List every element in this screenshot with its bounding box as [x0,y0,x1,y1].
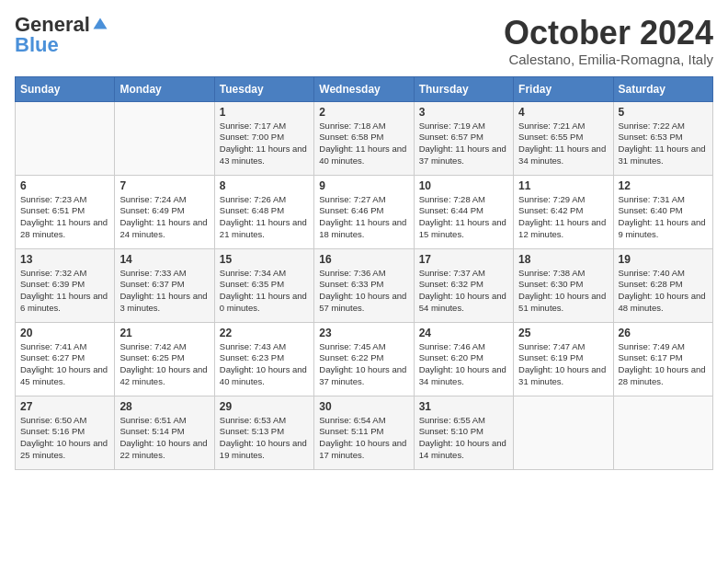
calendar-cell: 8Sunrise: 7:26 AM Sunset: 6:48 PM Daylig… [214,175,313,248]
day-number: 14 [119,253,209,266]
calendar-cell: 15Sunrise: 7:34 AM Sunset: 6:35 PM Dayli… [214,248,313,322]
calendar-cell: 20Sunrise: 7:41 AM Sunset: 6:27 PM Dayli… [16,322,115,396]
calendar-cell [115,101,214,175]
calendar-table: SundayMondayTuesdayWednesdayThursdayFrid… [15,76,713,470]
cell-info: Sunrise: 7:43 AM Sunset: 6:23 PM Dayligh… [220,341,309,388]
calendar-cell [16,101,115,175]
day-number: 29 [220,400,309,413]
day-number: 10 [419,179,508,192]
day-number: 6 [20,179,109,192]
cell-info: Sunrise: 7:45 AM Sunset: 6:22 PM Dayligh… [319,341,408,388]
day-number: 3 [419,106,508,119]
day-number: 21 [119,327,209,339]
cell-info: Sunrise: 7:27 AM Sunset: 6:46 PM Dayligh… [319,194,408,241]
day-number: 30 [319,400,408,413]
calendar-cell: 23Sunrise: 7:45 AM Sunset: 6:22 PM Dayli… [314,322,414,396]
day-number: 28 [119,400,209,413]
calendar-cell: 11Sunrise: 7:29 AM Sunset: 6:42 PM Dayli… [514,175,613,248]
day-header-wednesday: Wednesday [314,76,414,101]
day-number: 17 [419,253,508,266]
title-area: October 2024 Calestano, Emilia-Romagna, … [504,15,713,67]
day-number: 23 [319,327,408,339]
calendar-cell: 9Sunrise: 7:27 AM Sunset: 6:46 PM Daylig… [314,175,414,248]
calendar-cell: 22Sunrise: 7:43 AM Sunset: 6:23 PM Dayli… [214,322,313,396]
day-header-sunday: Sunday [16,76,115,101]
day-header-tuesday: Tuesday [214,76,313,101]
cell-info: Sunrise: 7:26 AM Sunset: 6:48 PM Dayligh… [220,194,309,241]
calendar-cell: 2Sunrise: 7:18 AM Sunset: 6:58 PM Daylig… [314,101,414,175]
calendar-cell: 13Sunrise: 7:32 AM Sunset: 6:39 PM Dayli… [16,248,115,322]
calendar-cell: 3Sunrise: 7:19 AM Sunset: 6:57 PM Daylig… [414,101,513,175]
calendar-cell: 31Sunrise: 6:55 AM Sunset: 5:10 PM Dayli… [414,396,513,469]
calendar-cell: 21Sunrise: 7:42 AM Sunset: 6:25 PM Dayli… [115,322,214,396]
calendar-cell: 17Sunrise: 7:37 AM Sunset: 6:32 PM Dayli… [414,248,513,322]
logo-blue-text: Blue [15,35,59,55]
cell-info: Sunrise: 7:31 AM Sunset: 6:40 PM Dayligh… [619,194,708,241]
cell-info: Sunrise: 7:34 AM Sunset: 6:35 PM Dayligh… [220,268,309,315]
day-number: 8 [220,179,309,192]
day-number: 12 [619,179,708,192]
cell-info: Sunrise: 7:29 AM Sunset: 6:42 PM Dayligh… [518,194,608,241]
calendar-cell: 27Sunrise: 6:50 AM Sunset: 5:16 PM Dayli… [16,396,115,469]
cell-info: Sunrise: 6:55 AM Sunset: 5:10 PM Dayligh… [419,415,508,462]
cell-info: Sunrise: 7:37 AM Sunset: 6:32 PM Dayligh… [419,268,508,315]
calendar-cell: 28Sunrise: 6:51 AM Sunset: 5:14 PM Dayli… [115,396,214,469]
calendar-cell [514,396,613,469]
cell-info: Sunrise: 6:54 AM Sunset: 5:11 PM Dayligh… [319,415,408,462]
cell-info: Sunrise: 7:28 AM Sunset: 6:44 PM Dayligh… [419,194,508,241]
cell-info: Sunrise: 7:24 AM Sunset: 6:49 PM Dayligh… [119,194,209,241]
calendar-cell: 4Sunrise: 7:21 AM Sunset: 6:55 PM Daylig… [514,101,613,175]
calendar-cell: 14Sunrise: 7:33 AM Sunset: 6:37 PM Dayli… [115,248,214,322]
location-title: Calestano, Emilia-Romagna, Italy [504,52,713,67]
cell-info: Sunrise: 7:38 AM Sunset: 6:30 PM Dayligh… [518,268,608,315]
calendar-cell: 24Sunrise: 7:46 AM Sunset: 6:20 PM Dayli… [414,322,513,396]
day-number: 11 [518,179,608,192]
day-number: 18 [518,253,608,266]
day-number: 24 [419,327,508,339]
cell-info: Sunrise: 7:22 AM Sunset: 6:53 PM Dayligh… [619,121,708,167]
calendar-cell: 12Sunrise: 7:31 AM Sunset: 6:40 PM Dayli… [613,175,712,248]
day-number: 26 [619,327,708,339]
calendar-cell: 10Sunrise: 7:28 AM Sunset: 6:44 PM Dayli… [414,175,513,248]
cell-info: Sunrise: 6:50 AM Sunset: 5:16 PM Dayligh… [20,415,109,462]
day-number: 15 [220,253,309,266]
month-title: October 2024 [504,15,713,52]
day-number: 25 [518,327,608,339]
day-number: 16 [319,253,408,266]
cell-info: Sunrise: 7:47 AM Sunset: 6:19 PM Dayligh… [518,341,608,388]
day-number: 13 [20,253,109,266]
day-number: 1 [220,106,309,119]
calendar-cell: 19Sunrise: 7:40 AM Sunset: 6:28 PM Dayli… [613,248,712,322]
day-number: 5 [619,106,708,119]
calendar-cell: 29Sunrise: 6:53 AM Sunset: 5:13 PM Dayli… [214,396,313,469]
logo-general-text: General [15,15,90,35]
day-header-thursday: Thursday [414,76,513,101]
logo: General Blue [15,15,108,55]
day-header-saturday: Saturday [613,76,712,101]
calendar-cell: 25Sunrise: 7:47 AM Sunset: 6:19 PM Dayli… [514,322,613,396]
cell-info: Sunrise: 7:42 AM Sunset: 6:25 PM Dayligh… [119,341,209,388]
cell-info: Sunrise: 7:17 AM Sunset: 7:00 PM Dayligh… [220,121,309,167]
day-header-friday: Friday [514,76,613,101]
calendar-cell: 30Sunrise: 6:54 AM Sunset: 5:11 PM Dayli… [314,396,414,469]
calendar-cell: 26Sunrise: 7:49 AM Sunset: 6:17 PM Dayli… [613,322,712,396]
cell-info: Sunrise: 6:51 AM Sunset: 5:14 PM Dayligh… [119,415,209,462]
cell-info: Sunrise: 7:33 AM Sunset: 6:37 PM Dayligh… [119,268,209,315]
day-header-monday: Monday [115,76,214,101]
cell-info: Sunrise: 7:32 AM Sunset: 6:39 PM Dayligh… [20,268,109,315]
cell-info: Sunrise: 7:40 AM Sunset: 6:28 PM Dayligh… [619,268,708,315]
cell-info: Sunrise: 6:53 AM Sunset: 5:13 PM Dayligh… [220,415,309,462]
day-number: 2 [319,106,408,119]
calendar-cell: 1Sunrise: 7:17 AM Sunset: 7:00 PM Daylig… [214,101,313,175]
cell-info: Sunrise: 7:19 AM Sunset: 6:57 PM Dayligh… [419,121,508,167]
cell-info: Sunrise: 7:49 AM Sunset: 6:17 PM Dayligh… [619,341,708,388]
logo-icon [92,17,108,33]
cell-info: Sunrise: 7:21 AM Sunset: 6:55 PM Dayligh… [518,121,608,167]
day-number: 31 [419,400,508,413]
calendar-cell: 7Sunrise: 7:24 AM Sunset: 6:49 PM Daylig… [115,175,214,248]
day-number: 9 [319,179,408,192]
calendar-cell: 16Sunrise: 7:36 AM Sunset: 6:33 PM Dayli… [314,248,414,322]
svg-marker-0 [93,18,107,29]
calendar-cell: 6Sunrise: 7:23 AM Sunset: 6:51 PM Daylig… [16,175,115,248]
day-number: 22 [220,327,309,339]
